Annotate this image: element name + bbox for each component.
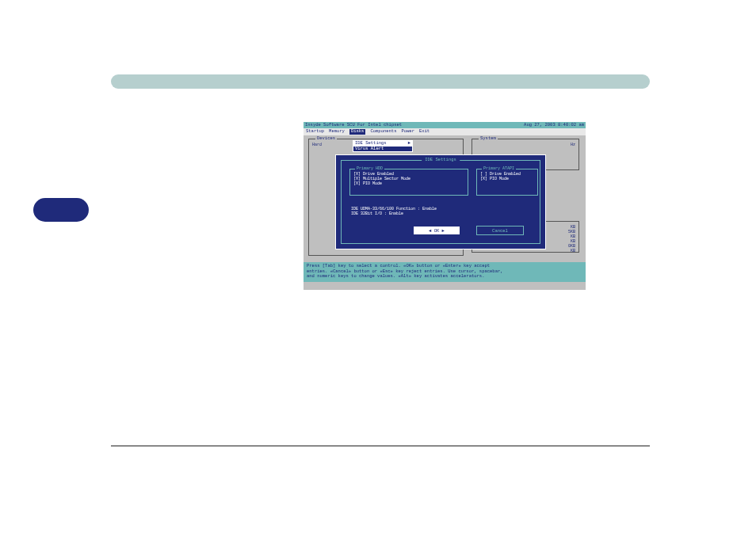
disks-dropdown[interactable]: IDE Settings►Virus Alert <box>353 140 413 152</box>
menu-startup[interactable]: Startup <box>306 129 324 135</box>
dialog-inner-frame: IDE Settings Primary HDD [X] Drive Enabl… <box>341 160 540 244</box>
bios-titlebar: Insyde Software SCU For Intel chipset Au… <box>304 122 586 128</box>
left-arrow-icon: ◄ <box>429 228 431 234</box>
menu-power[interactable]: Power <box>401 129 414 135</box>
group-primary-atapi-body[interactable]: [ ] Drive Enabled[X] PIO Mode <box>477 169 537 184</box>
group-primary-atapi-label: Primary ATAPI <box>482 166 516 171</box>
panel-devices-label: Devices <box>315 136 337 142</box>
titlebar-title: Insyde Software SCU For Intel chipset <box>305 123 402 128</box>
setting-line: IDE 32Bit I/O : Enable <box>351 211 437 216</box>
checkbox-line[interactable]: [X] PIO Mode <box>480 177 534 181</box>
group-primary-hdd: Primary HDD [X] Drive Enabled[X] Multipl… <box>349 169 468 196</box>
page-divider <box>111 445 650 447</box>
ok-button[interactable]: ◄ OK ► <box>413 226 460 235</box>
right-arrow-icon: ► <box>442 228 445 234</box>
group-primary-hdd-label: Primary HDD <box>355 166 384 171</box>
menu-memory[interactable]: Memory <box>329 129 345 135</box>
checkbox-line[interactable]: [X] PIO Mode <box>353 181 464 186</box>
ok-button-label: OK <box>434 228 440 234</box>
dropdown-item-virus-alert[interactable]: Virus Alert <box>353 147 412 152</box>
bios-workarea: Devices Hard System Hz KB5KBKBKB0KBKB ID… <box>304 135 586 262</box>
side-badge <box>33 198 89 222</box>
ide-settings-dialog: IDE Settings Primary HDD [X] Drive Enabl… <box>335 154 546 249</box>
group-primary-atapi: Primary ATAPI [ ] Drive Enabled[X] PIO M… <box>476 169 538 196</box>
menu-exit[interactable]: Exit <box>419 129 430 135</box>
menu-components[interactable]: Components <box>370 129 396 135</box>
panel-system-label: System <box>479 136 498 142</box>
page-header-bar <box>111 74 650 89</box>
bios-window: Insyde Software SCU For Intel chipset Au… <box>304 122 586 290</box>
dialog-title: IDE Settings <box>422 158 460 163</box>
titlebar-datetime: Aug 27, 2003 8:40:02 am <box>524 123 584 128</box>
cancel-button[interactable]: Cancel <box>476 226 524 235</box>
group-primary-hdd-body[interactable]: [X] Drive Enabled[X] Multiple Sector Mod… <box>350 169 468 188</box>
cancel-button-label: Cancel <box>492 228 508 234</box>
ide-extra-settings: IDE UDMA-33/66/100 Function : EnableIDE … <box>351 207 437 216</box>
menu-disks[interactable]: Disks <box>349 129 366 135</box>
bios-menubar[interactable]: StartupMemoryDisksComponentsPowerExit <box>304 128 586 135</box>
bios-statusbar: Press [Tab] key to select a control. «OK… <box>304 262 586 282</box>
submenu-arrow-icon: ► <box>408 141 410 147</box>
